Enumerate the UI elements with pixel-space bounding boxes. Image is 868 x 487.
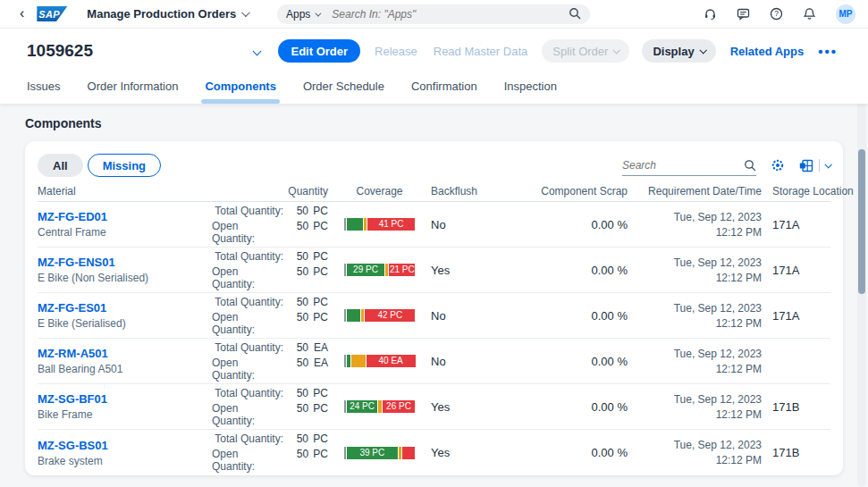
- edit-order-button[interactable]: Edit Order: [278, 39, 360, 63]
- tab-inspection[interactable]: Inspection: [504, 80, 557, 104]
- quantity-value: 50: [289, 448, 308, 473]
- quantity-unit: PC: [308, 205, 328, 217]
- table-row: MZ-RM-A501Ball Bearing A501Total Quantit…: [38, 339, 830, 384]
- quantity-total: Total Quantity:50PC: [212, 205, 328, 217]
- requirement-datetime-cell: Tue, Sep 12, 202312:12 PM: [628, 348, 762, 375]
- spreadsheet-icon: [799, 159, 813, 172]
- quantity-label: Open Quantity:: [212, 448, 283, 473]
- requirement-date: Tue, Sep 12, 2023: [628, 302, 762, 315]
- quantity-open: Open Quantity:50PC: [212, 311, 328, 336]
- quantity-unit: PC: [308, 311, 328, 336]
- help-icon[interactable]: ?: [770, 7, 783, 21]
- component-scrap-value: 0.00 %: [507, 355, 628, 368]
- components-card: All Missing Material Quantity C: [25, 141, 843, 475]
- material-link[interactable]: MZ-FG-ED01: [38, 210, 212, 223]
- tab-order-schedule[interactable]: Order Schedule: [303, 80, 384, 104]
- requirement-datetime-cell: Tue, Sep 12, 202312:12 PM: [628, 302, 762, 330]
- material-link[interactable]: MZ-FG-ES01: [38, 301, 212, 315]
- quantity-label: Open Quantity:: [212, 311, 283, 336]
- coverage-segment-red: 41 PC: [367, 218, 416, 231]
- material-link[interactable]: MZ-RM-A501: [38, 347, 212, 360]
- material-cell: MZ-FG-ES01E Bike (Serialised): [38, 301, 212, 330]
- search-icon[interactable]: [569, 7, 581, 22]
- app-title-menu[interactable]: Manage Production Orders: [87, 7, 248, 21]
- tab-confirmation[interactable]: Confirmation: [411, 80, 477, 104]
- quantity-label: Open Quantity:: [212, 402, 283, 427]
- quantity-total: Total Quantity:50PC: [212, 387, 328, 399]
- material-description: Central Frame: [38, 226, 212, 239]
- coverage-cell: 42 PC: [328, 309, 431, 322]
- storage-location-value: 171B: [762, 446, 830, 459]
- export-spreadsheet-button[interactable]: [799, 159, 830, 172]
- quantity-unit: PC: [308, 402, 328, 427]
- coverage-label: 21 PC: [389, 264, 415, 276]
- table-search[interactable]: [622, 155, 756, 176]
- support-headset-icon[interactable]: [704, 7, 717, 21]
- quantity-unit: PC: [308, 448, 328, 473]
- material-cell: MZ-FG-ED01Central Frame: [38, 210, 212, 239]
- related-apps-button[interactable]: Related Apps: [729, 39, 806, 63]
- table-settings-gear-icon[interactable]: [771, 158, 785, 172]
- notifications-bell-icon[interactable]: [803, 7, 816, 21]
- display-button[interactable]: Display: [642, 39, 715, 63]
- quantity-total: Total Quantity:50PC: [212, 432, 328, 445]
- coverage-segment-red: 26 PC: [383, 400, 416, 413]
- components-table-body: MZ-FG-ED01Central FrameTotal Quantity:50…: [38, 202, 830, 475]
- material-description: Brake system: [38, 455, 212, 467]
- feedback-chat-icon[interactable]: [737, 7, 750, 21]
- column-header-storage-location[interactable]: Storage Location: [762, 185, 854, 197]
- column-header-requirement-datetime[interactable]: Requirement Date/Time: [628, 185, 762, 197]
- material-link[interactable]: MZ-SG-BS01: [38, 439, 212, 452]
- backflush-value: No: [431, 218, 507, 231]
- collapse-header-icon[interactable]: [253, 46, 262, 55]
- column-header-quantity[interactable]: Quantity: [212, 185, 328, 197]
- column-header-material[interactable]: Material: [38, 185, 212, 197]
- table-search-input[interactable]: [622, 159, 744, 172]
- column-header-coverage[interactable]: Coverage: [328, 185, 431, 197]
- quantity-value: 50: [289, 205, 308, 217]
- tab-components[interactable]: Components: [205, 80, 275, 104]
- tab-order-information[interactable]: Order Information: [88, 80, 179, 104]
- requirement-date: Tue, Sep 12, 2023: [628, 439, 762, 451]
- requirement-date: Tue, Sep 12, 2023: [628, 393, 762, 406]
- chevron-down-icon: [699, 46, 706, 54]
- coverage-cell: 41 PC: [328, 218, 431, 231]
- sap-logo[interactable]: SAP: [37, 6, 67, 21]
- coverage-bar: 24 PC26 PC: [344, 400, 416, 413]
- quantity-cell: Total Quantity:50PCOpen Quantity:50PC: [212, 296, 328, 336]
- coverage-segment-orange: [361, 309, 364, 322]
- svg-text:?: ?: [774, 9, 779, 18]
- material-cell: MZ-RM-A501Ball Bearing A501: [38, 347, 212, 375]
- quantity-label: Open Quantity:: [212, 220, 283, 245]
- avatar[interactable]: MP: [836, 4, 855, 24]
- object-page-header: 1059625 Edit Order Release Read Master D…: [0, 29, 868, 104]
- material-link[interactable]: MZ-SG-BF01: [38, 392, 212, 406]
- material-description: E Bike (Serialised): [38, 317, 212, 330]
- tab-issues[interactable]: Issues: [27, 80, 61, 104]
- coverage-cell: 24 PC26 PC: [328, 400, 431, 413]
- coverage-segment-marker: [344, 309, 346, 322]
- back-icon[interactable]: ‹: [20, 6, 24, 21]
- quantity-value: 50: [289, 265, 308, 290]
- coverage-segment-orange: [351, 355, 365, 367]
- overflow-menu-icon[interactable]: •••: [818, 44, 838, 59]
- quantity-unit: EA: [308, 341, 328, 354]
- search-icon[interactable]: [744, 159, 756, 172]
- quantity-value: 50: [289, 311, 308, 336]
- filter-missing-button[interactable]: Missing: [88, 154, 161, 177]
- column-header-component-scrap[interactable]: Component Scrap: [507, 185, 628, 197]
- material-description: Ball Bearing A501: [38, 363, 212, 375]
- quantity-unit: PC: [308, 250, 328, 263]
- backflush-value: No: [431, 355, 507, 368]
- page-scrollbar-thumb[interactable]: [858, 149, 865, 294]
- shell-search[interactable]: Apps: [277, 4, 590, 24]
- coverage-label: 39 PC: [347, 447, 398, 459]
- material-link[interactable]: MZ-FG-ENS01: [38, 256, 212, 269]
- shell-search-input[interactable]: [332, 8, 569, 21]
- requirement-time: 12:12 PM: [628, 408, 762, 421]
- page-scrollbar-track[interactable]: [857, 86, 866, 487]
- column-header-backflush[interactable]: Backflush: [431, 185, 507, 197]
- filter-all-button[interactable]: All: [38, 154, 83, 177]
- search-scope-select[interactable]: Apps: [286, 8, 319, 21]
- material-description: Bike Frame: [38, 408, 212, 421]
